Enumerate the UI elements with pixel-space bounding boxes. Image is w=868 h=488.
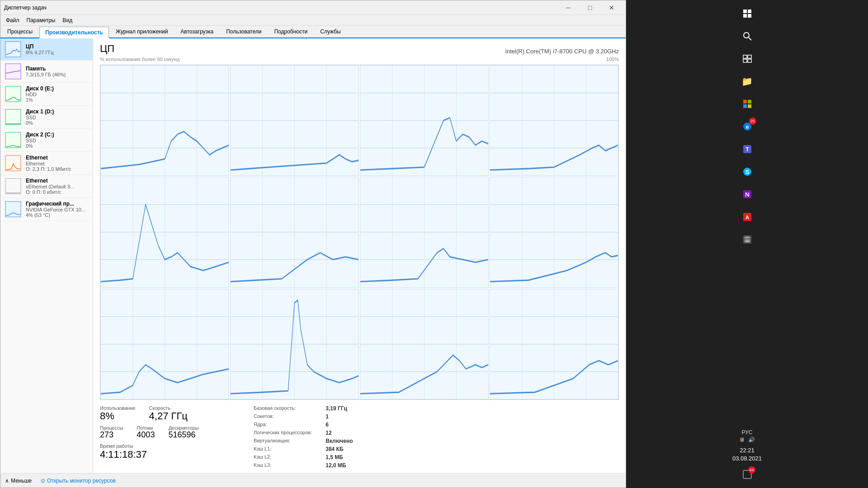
cpu-sub: 8% 4,27 ГГц xyxy=(26,50,88,55)
memory-sub: 7,3/15,9 ГБ (46%) xyxy=(26,72,88,77)
svg-rect-6 xyxy=(5,178,21,194)
virt-value: Включено xyxy=(326,438,353,444)
svg-rect-1 xyxy=(5,64,21,79)
l2-label: Кэш L2: xyxy=(254,454,312,460)
sidebar-item-gpu[interactable]: Графический пр... NVIDIA GeForce GTX 10.… xyxy=(0,198,93,221)
sidebar-item-disk1[interactable]: Диск 1 (D:) SSD 0% xyxy=(0,106,93,129)
disk0-sub1: HDD xyxy=(26,92,88,97)
core-cell-7 xyxy=(490,177,618,287)
monitor-icon: ⊙ xyxy=(41,478,45,484)
svg-rect-83 xyxy=(748,14,751,18)
svg-rect-86 xyxy=(743,55,747,58)
tab-services[interactable]: Службы xyxy=(314,26,346,38)
title-bar-buttons: ─ □ ✕ xyxy=(558,1,622,14)
core-cell-8 xyxy=(100,289,229,399)
svg-rect-81 xyxy=(748,9,751,13)
open-monitor-button[interactable]: ⊙ Открыть монитор ресурсов xyxy=(41,478,116,484)
windows-start-button[interactable] xyxy=(737,4,757,23)
sys-icons: 🖥 🔊 xyxy=(739,436,755,443)
svg-text:S: S xyxy=(745,169,749,175)
stat-uptime: Время работы 4:11:18:37 xyxy=(100,443,226,460)
tab-details[interactable]: Подробности xyxy=(268,26,313,38)
ethernet2-mini-chart xyxy=(5,178,21,194)
ethernet1-sub1: Ethernet xyxy=(26,161,88,166)
ethernet2-title: Ethernet xyxy=(26,178,88,184)
sidebar-item-ethernet1[interactable]: Ethernet Ethernet О: 2,3 П: 1,0 Мбит/с xyxy=(0,152,93,175)
svg-text:A: A xyxy=(745,215,749,220)
uptime-label: Время работы xyxy=(100,443,226,449)
cpu-model-label: Intel(R) Core(TM) i7-8700 CPU @ 3.20GHz xyxy=(505,48,619,55)
disk1-mini-chart xyxy=(5,109,21,125)
svg-rect-92 xyxy=(743,104,747,108)
db-button[interactable] xyxy=(737,230,757,249)
memory-sidebar-info: Память 7,3/15,9 ГБ (46%) xyxy=(26,66,88,77)
stat-usage: Использование 8% xyxy=(100,405,136,422)
tab-users[interactable]: Пользователи xyxy=(220,26,267,38)
gpu-mini-chart xyxy=(5,201,21,217)
cpu-sidebar-info: ЦП 8% 4,27 ГГц xyxy=(26,43,88,55)
tab-bar: Процессы Производительность Журнал прило… xyxy=(0,26,626,38)
less-button[interactable]: ∧ Меньше xyxy=(5,478,32,484)
ethernet1-sub2: О: 2,3 П: 1,0 Мбит/с xyxy=(26,166,88,172)
sidebar-item-disk0[interactable]: Диск 0 (E:) HDD 1% xyxy=(0,83,93,106)
stat-speed: Скорость 4,27 ГГц xyxy=(149,405,188,422)
tab-apphistory[interactable]: Журнал приложений xyxy=(110,26,174,38)
memory-mini-chart xyxy=(5,63,21,80)
core-cell-4 xyxy=(100,177,229,287)
ethernet1-sidebar-info: Ethernet Ethernet О: 2,3 П: 1,0 Мбит/с xyxy=(26,155,88,172)
edge-button[interactable]: e 25 xyxy=(737,117,757,136)
close-button[interactable]: ✕ xyxy=(601,1,622,14)
menu-file[interactable]: Файл xyxy=(2,16,23,24)
main-content: ЦП 8% 4,27 ГГц Память 7,3/15,9 ГБ (46%) xyxy=(0,38,626,473)
l3-label: Кэш L3: xyxy=(254,462,312,469)
cpu-graph-area: ЦП Intel(R) Core(TM) i7-8700 CPU @ 3.20G… xyxy=(93,38,626,473)
svg-line-85 xyxy=(749,38,751,40)
disk1-sub1: SSD xyxy=(26,115,88,120)
tab-startup[interactable]: Автозагрузка xyxy=(175,26,219,38)
notification-button[interactable]: 44 xyxy=(737,465,757,484)
tab-processes[interactable]: Процессы xyxy=(1,26,38,38)
l2-value: 1,5 МБ xyxy=(326,454,353,460)
notification-badge: 44 xyxy=(748,466,755,474)
taskbar-clock[interactable]: 22:21 03.08.2021 xyxy=(732,446,762,463)
logical-label: Логических процессоров: xyxy=(254,430,312,436)
sidebar-item-disk2[interactable]: Диск 2 (C:) SSD 0% xyxy=(0,129,93,152)
disk2-sub1: SSD xyxy=(26,138,88,143)
search-button[interactable] xyxy=(737,26,757,46)
ethernet2-sub1: vEthernet (Default S... xyxy=(26,184,88,189)
sidebar-item-ethernet2[interactable]: Ethernet vEthernet (Default S... О: 0 П:… xyxy=(0,175,93,198)
menu-view[interactable]: Вид xyxy=(59,16,76,24)
svg-rect-91 xyxy=(748,100,751,103)
tab-performance[interactable]: Производительность xyxy=(39,27,109,38)
svg-text:e: e xyxy=(745,124,749,130)
core-cell-2 xyxy=(360,65,489,176)
skype-button[interactable]: S xyxy=(737,162,757,182)
l3-value: 12,0 МБ xyxy=(326,462,353,469)
svg-rect-87 xyxy=(748,55,751,58)
taskview-button[interactable] xyxy=(737,49,757,69)
menu-params[interactable]: Параметры xyxy=(23,16,59,24)
svg-rect-0 xyxy=(5,42,21,57)
minimize-button[interactable]: ─ xyxy=(558,1,579,14)
folder-button[interactable]: 📁 xyxy=(737,71,757,91)
svg-rect-82 xyxy=(743,14,747,18)
sidebar-item-cpu[interactable]: ЦП 8% 4,27 ГГц xyxy=(0,38,93,61)
onenote-button[interactable]: N xyxy=(737,184,757,204)
acrobat-button[interactable]: A xyxy=(737,207,757,227)
disk2-title: Диск 2 (C:) xyxy=(26,131,88,138)
clock-time: 22:21 xyxy=(732,446,762,455)
lang-indicator: РУС xyxy=(741,429,752,436)
cores-value: 6 xyxy=(326,422,353,428)
maximize-button[interactable]: □ xyxy=(580,1,600,14)
title-bar: Диспетчер задач ─ □ ✕ xyxy=(0,0,626,15)
store-button[interactable] xyxy=(737,94,757,114)
taskbar-sys-tray: РУС 🖥 🔊 xyxy=(737,427,757,445)
sidebar-item-memory[interactable]: Память 7,3/15,9 ГБ (46%) xyxy=(0,61,93,83)
svg-rect-89 xyxy=(748,59,751,62)
core-cell-1 xyxy=(230,65,359,176)
core-cell-5 xyxy=(230,177,359,287)
teams-button[interactable]: T xyxy=(737,139,757,159)
svg-point-107 xyxy=(745,240,750,243)
cores-label: Ядра: xyxy=(254,422,312,428)
core-cell-3 xyxy=(490,65,618,176)
